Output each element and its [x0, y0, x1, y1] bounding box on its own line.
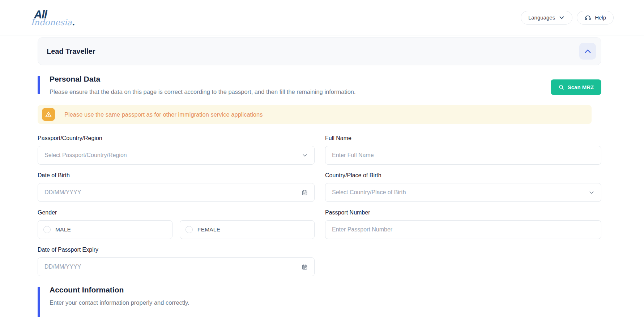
radio-unchecked-icon[interactable]	[43, 226, 51, 233]
warning-message: Please use the same passport as for othe…	[64, 111, 263, 118]
gender-options: MALE FEMALE	[38, 220, 315, 239]
country-of-birth-group: Country/Place of Birth Select Country/Pl…	[325, 172, 601, 202]
chevron-down-icon	[559, 14, 565, 21]
main-content: Lead Traveller Personal Data Please ensu…	[38, 37, 601, 317]
top-bar: All Indonesia. Languages Help	[0, 0, 644, 35]
topbar-actions: Languages Help	[521, 11, 614, 25]
account-information-header: Account Information Enter your contact i…	[38, 286, 601, 317]
full-name-label: Full Name	[325, 135, 601, 142]
gender-label: Gender	[38, 209, 315, 216]
account-information-title: Account Information	[50, 286, 189, 294]
gender-option-male[interactable]: MALE	[38, 220, 172, 239]
date-of-birth-input[interactable]	[44, 189, 302, 196]
help-button[interactable]: Help	[577, 11, 614, 25]
lead-traveller-card: Lead Traveller	[38, 37, 601, 65]
personal-data-text: Personal Data Please ensure that the dat…	[50, 75, 356, 95]
form-column-left: Passport/Country/Region Select Passport/…	[38, 135, 315, 283]
country-of-birth-label: Country/Place of Birth	[325, 172, 601, 179]
full-name-group: Full Name	[325, 135, 601, 165]
passport-warning-banner: Please use the same passport as for othe…	[38, 105, 592, 124]
calendar-icon[interactable]	[302, 190, 308, 196]
collapse-section-button[interactable]	[579, 43, 596, 60]
personal-data-title: Personal Data	[50, 75, 356, 83]
date-of-birth-group: Date of Birth	[38, 172, 315, 202]
section-accent-bar	[38, 287, 40, 317]
site-logo: All Indonesia.	[31, 8, 74, 28]
passport-expiry-label: Date of Passport Expiry	[38, 246, 315, 253]
form-column-right: Full Name Country/Place of Birth Select …	[325, 135, 601, 246]
personal-data-subtitle: Please ensure that the data on this page…	[50, 88, 356, 95]
personal-data-header: Personal Data Please ensure that the dat…	[38, 75, 601, 95]
warning-triangle-icon	[42, 108, 55, 121]
account-information-text: Account Information Enter your contact i…	[50, 286, 189, 317]
passport-country-placeholder: Select Passport/Country/Region	[44, 152, 302, 158]
date-of-birth-field[interactable]	[38, 183, 315, 202]
account-information-subtitle: Enter your contact information properly …	[50, 299, 189, 306]
full-name-input[interactable]	[332, 152, 594, 158]
passport-number-field[interactable]	[325, 220, 601, 239]
chevron-down-icon	[589, 190, 594, 195]
passport-country-label: Passport/Country/Region	[38, 135, 315, 142]
passport-number-label: Passport Number	[325, 209, 601, 216]
scan-mrz-button[interactable]: Scan MRZ	[551, 79, 601, 95]
country-of-birth-select[interactable]: Select Country/Place of Birth	[325, 183, 601, 202]
chevron-up-icon	[584, 47, 592, 56]
languages-button[interactable]: Languages	[521, 11, 572, 25]
radio-unchecked-icon[interactable]	[185, 226, 193, 233]
headset-icon	[584, 14, 591, 21]
section-accent-bar	[38, 76, 40, 94]
search-icon	[558, 84, 564, 90]
gender-group: Gender MALE FEMALE	[38, 209, 315, 239]
passport-expiry-group: Date of Passport Expiry	[38, 246, 315, 276]
scan-mrz-label: Scan MRZ	[568, 84, 594, 90]
chevron-down-icon	[302, 152, 308, 158]
passport-number-input[interactable]	[332, 226, 594, 233]
passport-country-select[interactable]: Select Passport/Country/Region	[38, 146, 315, 165]
gender-option-female[interactable]: FEMALE	[180, 220, 315, 239]
passport-expiry-field[interactable]	[38, 257, 315, 276]
help-button-label: Help	[595, 14, 606, 21]
country-of-birth-placeholder: Select Country/Place of Birth	[332, 189, 589, 196]
passport-expiry-input[interactable]	[44, 264, 302, 270]
gender-male-label: MALE	[55, 226, 71, 233]
calendar-icon[interactable]	[302, 264, 308, 270]
languages-button-label: Languages	[528, 14, 555, 21]
gender-female-label: FEMALE	[197, 226, 220, 233]
date-of-birth-label: Date of Birth	[38, 172, 315, 179]
personal-data-form: Passport/Country/Region Select Passport/…	[38, 135, 601, 283]
passport-number-group: Passport Number	[325, 209, 601, 239]
logo-text-indonesia: Indonesia.	[31, 17, 75, 27]
passport-country-group: Passport/Country/Region Select Passport/…	[38, 135, 315, 165]
full-name-field[interactable]	[325, 146, 601, 165]
lead-traveller-title: Lead Traveller	[47, 47, 95, 56]
logo-dot: .	[72, 17, 75, 27]
